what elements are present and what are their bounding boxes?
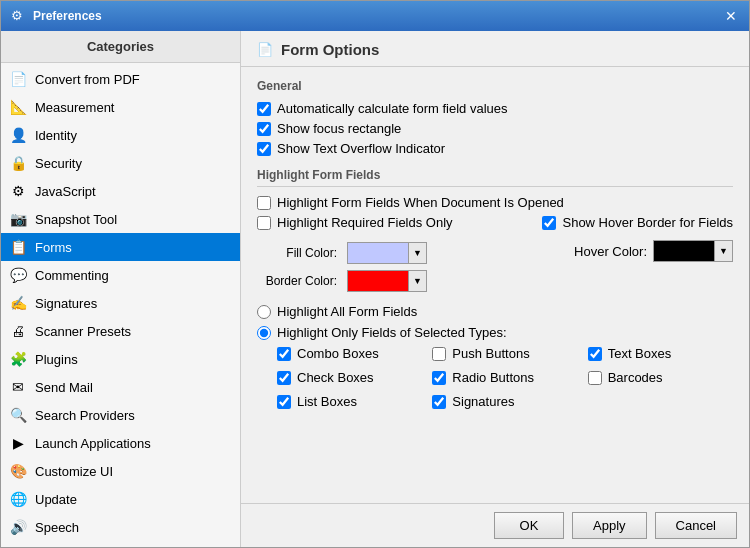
required-only-checkbox[interactable] bbox=[257, 216, 271, 230]
signatures-checkbox[interactable] bbox=[432, 395, 446, 409]
app-icon: ⚙ bbox=[11, 8, 27, 24]
scanner-presets-icon: 🖨 bbox=[9, 322, 27, 340]
customize-ui-icon: 🎨 bbox=[9, 462, 27, 480]
signatures-label: Signatures bbox=[452, 394, 514, 409]
check-boxes-checkbox[interactable] bbox=[277, 371, 291, 385]
sidebar-item-update[interactable]: 🌐Update bbox=[1, 485, 240, 513]
signatures-label: Signatures bbox=[35, 296, 97, 311]
forms-icon: 📋 bbox=[9, 238, 27, 256]
hover-border-row: Show Hover Border for Fields bbox=[542, 215, 733, 230]
send-mail-icon: ✉ bbox=[9, 378, 27, 396]
ok-button[interactable]: OK bbox=[494, 512, 564, 539]
sidebar-item-convert-from-pdf[interactable]: 📄Convert from PDF bbox=[1, 65, 240, 93]
combo-boxes-row: Combo Boxes bbox=[277, 346, 422, 361]
highlight-section-header: Highlight Form Fields bbox=[257, 168, 733, 187]
when-opened-checkbox[interactable] bbox=[257, 196, 271, 210]
barcodes-checkbox[interactable] bbox=[588, 371, 602, 385]
customize-ui-label: Customize UI bbox=[35, 464, 113, 479]
push-buttons-checkbox[interactable] bbox=[432, 347, 446, 361]
bottom-bar: OK Apply Cancel bbox=[241, 503, 749, 547]
show-overflow-label: Show Text Overflow Indicator bbox=[277, 141, 445, 156]
fill-color-row: Fill Color: ▼ bbox=[257, 242, 427, 264]
push-buttons-row: Push Buttons bbox=[432, 346, 577, 361]
highlight-all-row: Highlight All Form Fields bbox=[257, 304, 733, 319]
when-opened-row: Highlight Form Fields When Document Is O… bbox=[257, 195, 733, 210]
sidebar-item-snapshot-tool[interactable]: 📷Snapshot Tool bbox=[1, 205, 240, 233]
show-overflow-checkbox[interactable] bbox=[257, 142, 271, 156]
show-overflow-row: Show Text Overflow Indicator bbox=[257, 141, 733, 156]
sidebar-item-speech[interactable]: 🔊Speech bbox=[1, 513, 240, 541]
cancel-button[interactable]: Cancel bbox=[655, 512, 737, 539]
commenting-label: Commenting bbox=[35, 268, 109, 283]
border-color-dropdown[interactable]: ▼ bbox=[347, 270, 427, 292]
sidebar-item-customize-ui[interactable]: 🎨Customize UI bbox=[1, 457, 240, 485]
sidebar-item-javascript[interactable]: ⚙JavaScript bbox=[1, 177, 240, 205]
border-color-arrow[interactable]: ▼ bbox=[408, 271, 426, 291]
sidebar-item-commenting[interactable]: 💬Commenting bbox=[1, 261, 240, 289]
fill-color-dropdown[interactable]: ▼ bbox=[347, 242, 427, 264]
check-boxes-label: Check Boxes bbox=[297, 370, 374, 385]
send-mail-label: Send Mail bbox=[35, 380, 93, 395]
radio-buttons-checkbox[interactable] bbox=[432, 371, 446, 385]
highlight-all-label: Highlight All Form Fields bbox=[277, 304, 417, 319]
sidebar-item-identity[interactable]: 👤Identity bbox=[1, 121, 240, 149]
sidebar-item-security[interactable]: 🔒Security bbox=[1, 149, 240, 177]
preferences-window: ⚙ Preferences ✕ Categories 📄Convert from… bbox=[0, 0, 750, 548]
convert-from-pdf-label: Convert from PDF bbox=[35, 72, 140, 87]
hover-color-dropdown[interactable]: ▼ bbox=[653, 240, 733, 262]
snapshot-tool-label: Snapshot Tool bbox=[35, 212, 117, 227]
radio-buttons-label: Radio Buttons bbox=[452, 370, 534, 385]
close-button[interactable]: ✕ bbox=[723, 8, 739, 24]
radio-buttons-row: Radio Buttons bbox=[432, 370, 577, 385]
highlight-selected-row: Highlight Only Fields of Selected Types: bbox=[257, 325, 733, 340]
sidebar-header: Categories bbox=[1, 31, 240, 63]
sidebar-item-signatures[interactable]: ✍Signatures bbox=[1, 289, 240, 317]
fill-color-swatch bbox=[348, 243, 408, 263]
border-color-label: Border Color: bbox=[257, 274, 337, 288]
sidebar-item-send-mail[interactable]: ✉Send Mail bbox=[1, 373, 240, 401]
text-boxes-checkbox[interactable] bbox=[588, 347, 602, 361]
main-panel: 📄 Form Options General Automatically cal… bbox=[241, 31, 749, 547]
highlight-selected-label: Highlight Only Fields of Selected Types: bbox=[277, 325, 507, 340]
highlight-all-radio[interactable] bbox=[257, 305, 271, 319]
launch-applications-icon: ▶ bbox=[9, 434, 27, 452]
javascript-icon: ⚙ bbox=[9, 182, 27, 200]
identity-label: Identity bbox=[35, 128, 77, 143]
list-boxes-checkbox[interactable] bbox=[277, 395, 291, 409]
apply-button[interactable]: Apply bbox=[572, 512, 647, 539]
search-providers-label: Search Providers bbox=[35, 408, 135, 423]
content-area: Categories 📄Convert from PDF📐Measurement… bbox=[1, 31, 749, 547]
scanner-presets-label: Scanner Presets bbox=[35, 324, 131, 339]
main-header: 📄 Form Options bbox=[241, 31, 749, 67]
show-focus-label: Show focus rectangle bbox=[277, 121, 401, 136]
sidebar-item-forms[interactable]: 📋Forms bbox=[1, 233, 240, 261]
sidebar-item-scanner-presets[interactable]: 🖨Scanner Presets bbox=[1, 317, 240, 345]
hover-color-swatch bbox=[654, 241, 714, 261]
sidebar-item-measurement[interactable]: 📐Measurement bbox=[1, 93, 240, 121]
title-bar: ⚙ Preferences ✕ bbox=[1, 1, 749, 31]
plugins-icon: 🧩 bbox=[9, 350, 27, 368]
security-label: Security bbox=[35, 156, 82, 171]
sidebar-item-search-providers[interactable]: 🔍Search Providers bbox=[1, 401, 240, 429]
update-icon: 🌐 bbox=[9, 490, 27, 508]
hover-color-arrow[interactable]: ▼ bbox=[714, 241, 732, 261]
required-only-row: Highlight Required Fields Only bbox=[257, 215, 453, 230]
fill-color-arrow[interactable]: ▼ bbox=[408, 243, 426, 263]
sidebar-item-plugins[interactable]: 🧩Plugins bbox=[1, 345, 240, 373]
show-focus-row: Show focus rectangle bbox=[257, 121, 733, 136]
convert-from-pdf-icon: 📄 bbox=[9, 70, 27, 88]
update-label: Update bbox=[35, 492, 77, 507]
main-title: Form Options bbox=[281, 41, 379, 58]
hover-border-checkbox[interactable] bbox=[542, 216, 556, 230]
commenting-icon: 💬 bbox=[9, 266, 27, 284]
border-color-row: Border Color: ▼ bbox=[257, 270, 427, 292]
show-focus-checkbox[interactable] bbox=[257, 122, 271, 136]
combo-boxes-label: Combo Boxes bbox=[297, 346, 379, 361]
sidebar-item-launch-applications[interactable]: ▶Launch Applications bbox=[1, 429, 240, 457]
plugins-label: Plugins bbox=[35, 352, 78, 367]
auto-calculate-checkbox[interactable] bbox=[257, 102, 271, 116]
push-buttons-label: Push Buttons bbox=[452, 346, 529, 361]
highlight-selected-radio[interactable] bbox=[257, 326, 271, 340]
speech-icon: 🔊 bbox=[9, 518, 27, 536]
combo-boxes-checkbox[interactable] bbox=[277, 347, 291, 361]
